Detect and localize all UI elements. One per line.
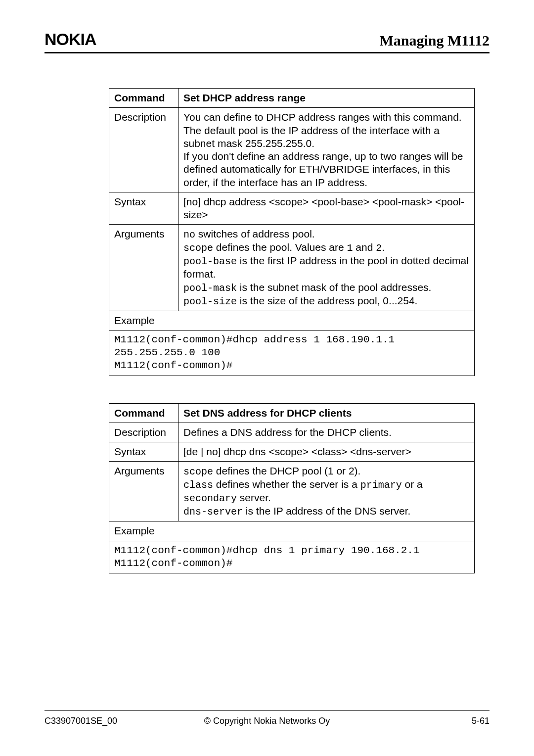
- example-code: M1112(conf-common)#dhcp dns 1 primary 19…: [109, 541, 475, 573]
- text: defines the DHCP pool (1 or 2).: [213, 465, 360, 476]
- text: is the subnet mask of the pool addresses…: [237, 282, 431, 293]
- code-two: 2: [376, 242, 382, 254]
- example-label: Example: [109, 521, 475, 541]
- text: is the IP address of the DNS server.: [243, 505, 410, 517]
- code-class: class: [183, 479, 213, 491]
- header-value-command: Set DHCP address range: [178, 89, 475, 108]
- header-label-command: Command: [109, 403, 178, 423]
- table-row: M1112(conf-common)#dhcp dns 1 primary 19…: [109, 541, 475, 573]
- code-pool-size: pool-size: [183, 296, 237, 307]
- header-label-command: Command: [109, 89, 178, 108]
- table-row: Arguments scope defines the DHCP pool (1…: [109, 462, 475, 521]
- table-row: Syntax [no] dhcp address <scope> <pool-b…: [109, 192, 475, 225]
- text: switches of address pool.: [195, 228, 315, 239]
- page-footer: C33907001SE_00 © Copyright Nokia Network…: [44, 710, 490, 726]
- text: defines whether the server is a: [213, 478, 360, 490]
- description-value: Defines a DNS address for the DHCP clien…: [178, 423, 475, 442]
- page-header: NOKIA Managing M1112: [44, 30, 490, 53]
- code-dns-server: dns-server: [183, 506, 243, 518]
- page-content: NOKIA Managing M1112 Command Set DHCP ad…: [0, 0, 534, 573]
- table-row: M1112(conf-common)#dhcp address 1 168.19…: [109, 330, 475, 376]
- text: and: [353, 241, 376, 253]
- description-value: You can define to DHCP address ranges wi…: [178, 108, 475, 192]
- text: defines the pool. Values are: [213, 241, 347, 253]
- text: server.: [237, 492, 271, 503]
- arguments-label: Arguments: [109, 462, 178, 521]
- code-scope: scope: [183, 242, 213, 254]
- footer-right: 5-61: [472, 716, 490, 726]
- description-label: Description: [109, 108, 178, 192]
- arguments-value: no switches of address pool. scope defin…: [178, 225, 475, 311]
- code-pool-mask: pool-mask: [183, 283, 237, 294]
- table-row: Description You can define to DHCP addre…: [109, 108, 475, 192]
- header-value-command: Set DNS address for DHCP clients: [178, 403, 475, 423]
- nokia-logo: NOKIA: [44, 30, 96, 49]
- arguments-label: Arguments: [109, 225, 178, 311]
- document-title: Managing M1112: [379, 32, 490, 49]
- syntax-label: Syntax: [109, 192, 178, 225]
- example-label: Example: [109, 311, 475, 330]
- syntax-value: [no] dhcp address <scope> <pool-base> <p…: [178, 192, 475, 225]
- command-table-dhcp-address: Command Set DHCP address range Descripti…: [109, 88, 475, 376]
- table-row: Description Defines a DNS address for th…: [109, 423, 475, 442]
- example-code: M1112(conf-common)#dhcp address 1 168.19…: [109, 330, 475, 376]
- arguments-value: scope defines the DHCP pool (1 or 2). cl…: [178, 462, 475, 521]
- code-one: 1: [347, 242, 353, 254]
- syntax-value: [de | no] dhcp dns <scope> <class> <dns-…: [178, 442, 475, 462]
- table-row: Example: [109, 521, 475, 541]
- table-header-row: Command Set DNS address for DHCP clients: [109, 403, 475, 423]
- table-row: Syntax [de | no] dhcp dns <scope> <class…: [109, 442, 475, 462]
- code-scope: scope: [183, 466, 213, 477]
- code-no: no: [183, 229, 195, 240]
- table-header-row: Command Set DHCP address range: [109, 89, 475, 108]
- code-secondary: secondary: [183, 493, 237, 504]
- description-label: Description: [109, 423, 178, 442]
- syntax-label: Syntax: [109, 442, 178, 462]
- table-row: Arguments no switches of address pool. s…: [109, 225, 475, 311]
- text: .: [382, 241, 385, 253]
- code-primary: primary: [360, 479, 402, 491]
- text: or a: [402, 478, 423, 490]
- footer-left: C33907001SE_00: [44, 716, 117, 726]
- text: is the size of the address pool, 0...254…: [237, 295, 417, 306]
- command-table-dhcp-dns: Command Set DNS address for DHCP clients…: [109, 403, 475, 574]
- code-pool-base: pool-base: [183, 256, 237, 267]
- table-row: Example: [109, 311, 475, 330]
